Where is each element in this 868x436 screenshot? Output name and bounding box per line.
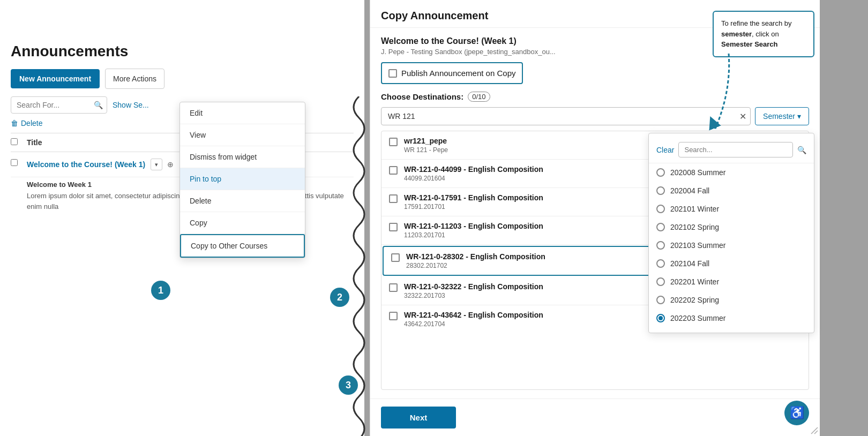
accessibility-button[interactable]: ♿ bbox=[784, 401, 809, 425]
modal-footer: Next bbox=[370, 399, 820, 436]
course-item-info-3: WR-121-0-17591 - English Composition 175… bbox=[404, 193, 543, 211]
copy-announcement-modal: Copy Announcement × Welcome to the Cours… bbox=[370, 0, 820, 436]
course-item-info-5: WR-121-0-28302 - English Composition 283… bbox=[406, 252, 545, 269]
announcement-checkbox[interactable] bbox=[11, 159, 18, 166]
new-announcement-button[interactable]: New Announcement bbox=[11, 69, 100, 88]
semester-button[interactable]: Semester ▾ bbox=[755, 107, 809, 125]
semester-radio-s7[interactable] bbox=[656, 296, 665, 304]
search-input[interactable] bbox=[11, 96, 107, 114]
semester-item[interactable]: 202201 Winter bbox=[649, 273, 814, 291]
semester-search-icon: 🔍 bbox=[797, 146, 806, 154]
semester-item[interactable]: 202203 Summer bbox=[649, 309, 814, 327]
semester-item[interactable]: 202102 Spring bbox=[649, 218, 814, 236]
dest-search-clear-button[interactable]: ✕ bbox=[739, 111, 746, 122]
announcement-icon-button[interactable]: ⊕ bbox=[164, 159, 176, 170]
semester-clear-button[interactable]: Clear bbox=[656, 146, 674, 154]
context-menu-edit[interactable]: Edit bbox=[180, 102, 305, 124]
course-item-checkbox-5[interactable] bbox=[391, 253, 400, 262]
semester-radio-s1[interactable] bbox=[656, 186, 665, 195]
course-item-checkbox-1[interactable] bbox=[389, 138, 398, 146]
toolbar: New Announcement More Actions bbox=[11, 69, 354, 89]
accessibility-icon: ♿ bbox=[790, 406, 804, 420]
publish-label: Publish Announcement on Copy bbox=[401, 69, 515, 78]
search-dest-row: ✕ Semester ▾ bbox=[381, 107, 809, 125]
semester-item[interactable]: 202004 Fall bbox=[649, 182, 814, 200]
semester-item[interactable]: 202101 Winter bbox=[649, 200, 814, 218]
show-settings-link[interactable]: Show Se... bbox=[113, 101, 149, 109]
semester-item[interactable]: 202104 Fall bbox=[649, 254, 814, 273]
course-item-info-2: WR-121-0-44099 - English Composition 440… bbox=[404, 165, 543, 182]
semester-chevron-icon: ▾ bbox=[797, 112, 801, 121]
dest-count-badge: 0/10 bbox=[468, 92, 490, 102]
semester-radio-s3[interactable] bbox=[656, 223, 665, 231]
course-item-info-4: WR-121-0-11203 - English Composition 112… bbox=[404, 222, 543, 239]
course-item-info-7: WR-121-0-43642 - English Composition 436… bbox=[404, 311, 543, 328]
semester-radio-s4[interactable] bbox=[656, 241, 665, 250]
semester-button-label: Semester bbox=[763, 112, 795, 121]
context-menu-copy[interactable]: Copy bbox=[180, 212, 305, 234]
course-item-checkbox-7[interactable] bbox=[389, 312, 398, 320]
course-item-checkbox-4[interactable] bbox=[389, 223, 398, 231]
step-badge-2: 2 bbox=[330, 288, 349, 307]
course-item-info-6: WR-121-0-32322 - English Composition 323… bbox=[404, 282, 543, 299]
announcement-content: Welcome to the Course! (Week 1) ▾ ⊕ bbox=[27, 159, 176, 170]
modal-title: Copy Announcement bbox=[381, 10, 488, 22]
course-item-checkbox-6[interactable] bbox=[389, 283, 398, 292]
semester-radio-s2[interactable] bbox=[656, 205, 665, 213]
announcement-dropdown-button[interactable]: ▾ bbox=[151, 159, 162, 170]
course-item-checkbox-3[interactable] bbox=[389, 194, 398, 203]
announcement-title-link[interactable]: Welcome to the Course! (Week 1) bbox=[27, 160, 145, 169]
semester-radio-s6[interactable] bbox=[656, 277, 665, 286]
semester-radio-s0[interactable] bbox=[656, 168, 665, 177]
semester-item[interactable]: 202202 Spring bbox=[649, 291, 814, 309]
context-menu-dismiss[interactable]: Dismiss from widget bbox=[180, 146, 305, 168]
context-menu: Edit View Dismiss from widget Pin to top… bbox=[179, 102, 305, 258]
step-badge-3: 3 bbox=[339, 375, 358, 395]
choose-dest-row: Choose Destinations: 0/10 bbox=[381, 92, 809, 102]
search-input-wrap: 🔍 bbox=[11, 96, 107, 114]
tooltip-text: To refine the search by semester, click … bbox=[721, 19, 792, 48]
semester-dropdown: Clear 🔍 202008 Summer 202004 Fall 202101… bbox=[648, 133, 814, 333]
semester-radio-s5[interactable] bbox=[656, 259, 665, 268]
more-actions-button[interactable]: More Actions bbox=[105, 69, 164, 89]
dashed-arrow bbox=[683, 48, 737, 145]
publish-checkbox[interactable] bbox=[388, 69, 397, 78]
context-menu-copy-other[interactable]: Copy to Other Courses bbox=[180, 234, 305, 258]
trash-icon: 🗑 bbox=[11, 119, 18, 127]
search-icon: 🔍 bbox=[94, 101, 103, 109]
semester-list: 202008 Summer 202004 Fall 202101 Winter … bbox=[649, 163, 814, 327]
publish-row: Publish Announcement on Copy bbox=[381, 62, 523, 84]
page-title: Announcements bbox=[11, 43, 354, 60]
semester-item[interactable]: 202103 Summer bbox=[649, 236, 814, 254]
course-item-info-1: wr121_pepe WR 121 - Pepe bbox=[404, 137, 448, 154]
resize-handle[interactable] bbox=[810, 426, 819, 435]
context-menu-delete[interactable]: Delete bbox=[180, 190, 305, 212]
next-button[interactable]: Next bbox=[381, 407, 456, 429]
semester-radio-s8[interactable] bbox=[656, 314, 665, 322]
context-menu-pin[interactable]: Pin to top bbox=[180, 168, 305, 190]
step-badge-1: 1 bbox=[151, 281, 170, 300]
announcement-title-row: Welcome to the Course! (Week 1) ▾ ⊕ bbox=[27, 159, 176, 170]
select-all-checkbox[interactable] bbox=[11, 138, 18, 145]
title-col-header: Title bbox=[27, 138, 42, 147]
course-item-checkbox-2[interactable] bbox=[389, 166, 398, 175]
semester-item[interactable]: 202008 Summer bbox=[649, 163, 814, 182]
context-menu-view[interactable]: View bbox=[180, 124, 305, 146]
choose-dest-label: Choose Destinations: bbox=[381, 92, 463, 101]
